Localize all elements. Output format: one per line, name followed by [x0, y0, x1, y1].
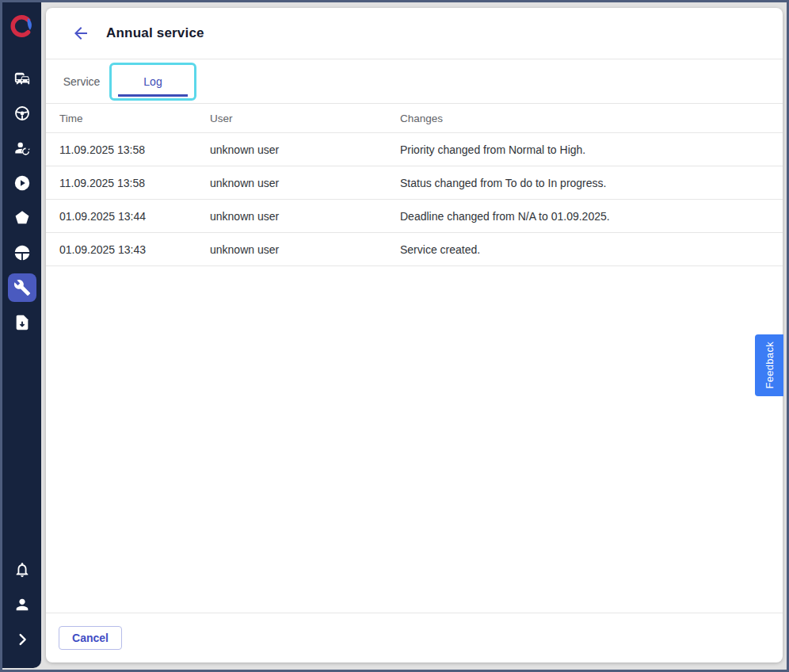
fleet-icon: [13, 70, 31, 87]
table-row[interactable]: 11.09.2025 13:58 unknown user Status cha…: [46, 166, 783, 200]
tab-bar: Service Log: [46, 59, 783, 104]
table-row[interactable]: 01.09.2025 13:43 unknown user Service cr…: [46, 233, 783, 266]
brand-logo: [8, 12, 36, 40]
play-icon: [13, 174, 31, 192]
log-table-header: Time User Changes: [46, 104, 783, 133]
import-icon: [13, 314, 31, 331]
chevron-right-icon: [13, 631, 31, 648]
sidebar-item-zones[interactable]: [8, 204, 36, 232]
page-title: Annual service: [106, 25, 204, 41]
profile-icon: [13, 596, 31, 613]
cancel-button[interactable]: Cancel: [59, 626, 122, 650]
sidebar-item-profile[interactable]: [8, 590, 36, 619]
feedback-label: Feedback: [764, 342, 776, 389]
tab-log[interactable]: Log: [109, 63, 196, 101]
cell-time: 11.09.2025 13:58: [59, 143, 210, 156]
cell-changes: Deadline changed from N/A to 01.09.2025.: [400, 210, 783, 223]
panel-footer: Cancel: [46, 613, 783, 662]
feedback-button[interactable]: Feedback: [755, 334, 783, 396]
sidebar-item-import[interactable]: [8, 308, 36, 337]
sidebar-item-media[interactable]: [8, 169, 36, 197]
table-row[interactable]: 01.09.2025 13:44 unknown user Deadline c…: [46, 200, 783, 233]
table-row[interactable]: 11.09.2025 13:58 unknown user Priority c…: [46, 133, 783, 166]
cell-changes: Priority changed from Normal to High.: [400, 143, 783, 156]
cell-user: unknown user: [210, 177, 400, 189]
log-table: Time User Changes 11.09.2025 13:58 unkno…: [46, 104, 783, 613]
cell-changes: Status changed from To do to In progress…: [400, 177, 783, 189]
column-header-time: Time: [59, 113, 210, 124]
sidebar-expand-button[interactable]: [8, 625, 36, 654]
tab-service[interactable]: Service: [57, 75, 106, 88]
app-window: Annual service Service Log Time User Cha…: [0, 0, 789, 672]
sidebar-item-fleet[interactable]: [8, 64, 36, 93]
steering-wheel-icon: [13, 105, 31, 122]
cell-time: 01.09.2025 13:43: [59, 243, 210, 256]
panel-header: Annual service: [46, 8, 783, 59]
reports-icon: [13, 244, 31, 262]
column-header-user: User: [210, 113, 400, 124]
sidebar-item-maintenance[interactable]: [8, 273, 36, 302]
cell-time: 01.09.2025 13:44: [59, 210, 210, 223]
sidebar-item-notifications[interactable]: [8, 556, 36, 584]
cell-user: unknown user: [210, 210, 400, 223]
driver-icon: [13, 139, 31, 157]
cell-changes: Service created.: [400, 243, 783, 256]
cell-time: 11.09.2025 13:58: [59, 177, 210, 189]
sidebar-item-drivers[interactable]: [8, 134, 36, 162]
log-table-body: 11.09.2025 13:58 unknown user Priority c…: [46, 133, 783, 266]
back-button[interactable]: [71, 24, 90, 43]
sidebar-item-driving[interactable]: [8, 99, 36, 128]
maintenance-icon: [13, 279, 31, 296]
geofence-icon: [13, 209, 31, 227]
cell-user: unknown user: [210, 143, 400, 156]
column-header-changes: Changes: [400, 113, 783, 124]
main-panel: Annual service Service Log Time User Cha…: [46, 8, 783, 662]
sidebar-item-reports[interactable]: [8, 239, 36, 267]
bell-icon: [13, 561, 31, 578]
cell-user: unknown user: [210, 243, 400, 256]
active-tab-underline: [118, 94, 188, 97]
tab-log-label: Log: [143, 75, 162, 88]
sidebar: [2, 2, 41, 668]
